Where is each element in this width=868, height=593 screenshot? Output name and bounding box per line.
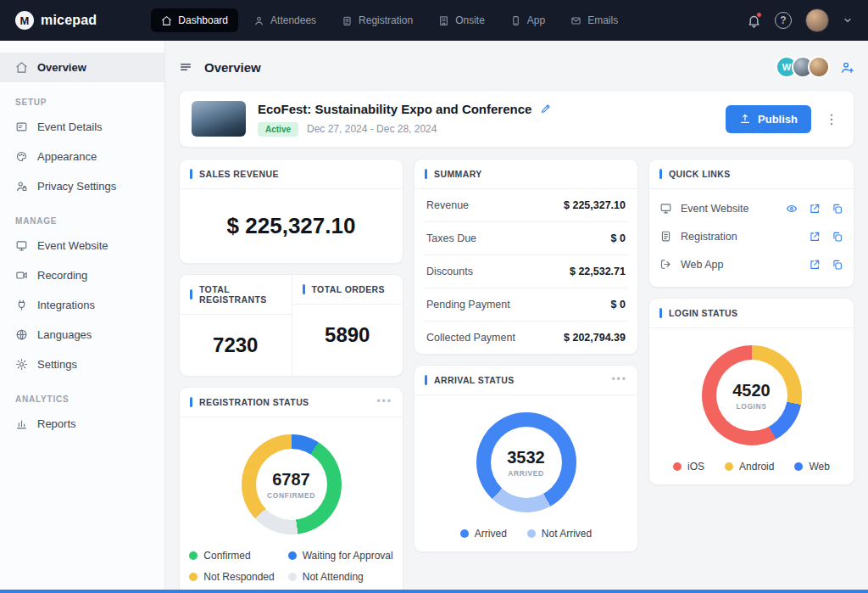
accent-bar bbox=[659, 308, 662, 318]
quick-link-row: Registration bbox=[659, 222, 843, 250]
card-title: TOTAL REGISTRANTS bbox=[199, 284, 281, 305]
sidebar-item-appearance[interactable]: Appearance bbox=[0, 142, 164, 171]
emails-icon bbox=[570, 15, 581, 26]
sidebar-item-label: Languages bbox=[37, 328, 92, 341]
sidebar-item-event-website[interactable]: Event Website bbox=[0, 231, 164, 260]
nav-dashboard[interactable]: Dashboard bbox=[151, 8, 238, 32]
brand-name: micepad bbox=[41, 13, 97, 28]
nav-label: Emails bbox=[587, 14, 618, 26]
accent-bar bbox=[303, 284, 305, 294]
registration-icon bbox=[342, 15, 353, 26]
chevron-down-icon[interactable] bbox=[843, 15, 853, 25]
sidebar-item-reports[interactable]: Reports bbox=[0, 409, 164, 439]
edit-pencil-icon[interactable] bbox=[540, 103, 552, 115]
nav-onsite[interactable]: Onsite bbox=[428, 8, 495, 32]
brand-logo-icon: M bbox=[15, 11, 34, 30]
external-link-icon[interactable] bbox=[809, 203, 821, 215]
card-title: SUMMARY bbox=[434, 169, 482, 179]
summary-row: Taxes Due$ 0 bbox=[425, 222, 627, 255]
sidebar-item-languages[interactable]: Languages bbox=[0, 320, 164, 350]
sidebar-item-privacy-settings[interactable]: Privacy Settings bbox=[0, 171, 164, 201]
copy-icon[interactable] bbox=[832, 231, 843, 243]
main-content: Overview W EcoFest: Sustainability Expo … bbox=[165, 41, 868, 593]
notifications-bell-icon[interactable] bbox=[747, 14, 761, 28]
quick-links-card: QUICK LINKS Event Website Registratio bbox=[648, 159, 854, 288]
donut-center-label: LOGINS bbox=[736, 402, 766, 411]
nav-emails[interactable]: Emails bbox=[560, 8, 628, 32]
summary-row: Pending Payment$ 0 bbox=[425, 288, 627, 322]
donut-center-value: 3532 bbox=[507, 448, 545, 467]
publish-button[interactable]: Publish bbox=[726, 105, 811, 133]
nav-label: Dashboard bbox=[178, 14, 228, 26]
legend-item: iOS bbox=[673, 461, 704, 473]
nav-label: Registration bbox=[359, 14, 413, 26]
legend-dot bbox=[189, 551, 198, 560]
external-link-icon[interactable] bbox=[809, 259, 821, 271]
card-title: LOGIN STATUS bbox=[669, 308, 737, 318]
sidebar-item-recording[interactable]: Recording bbox=[0, 260, 164, 290]
registration-form-icon bbox=[659, 230, 672, 243]
registration-status-card: REGISTRATION STATUS ••• 6787 CONFIRMED C… bbox=[179, 387, 403, 593]
summary-row: Collected Payment$ 202,794.39 bbox=[425, 322, 627, 354]
legend-item: Not Arrived bbox=[527, 528, 592, 540]
sidebar-item-label: Overview bbox=[37, 61, 86, 74]
accent-bar bbox=[190, 169, 192, 179]
sidebar-item-label: Reports bbox=[37, 417, 76, 430]
website-monitor-icon bbox=[659, 202, 672, 215]
nav-label: App bbox=[527, 14, 545, 26]
arrival-legend: Arrived Not Arrived bbox=[460, 528, 592, 540]
sidebar-item-label: Appearance bbox=[37, 150, 97, 163]
recording-icon bbox=[15, 269, 28, 282]
sidebar-item-label: Integrations bbox=[37, 299, 95, 311]
legend-dot bbox=[288, 551, 297, 560]
preview-eye-icon[interactable] bbox=[786, 203, 798, 215]
donut-center-label: ARRIVED bbox=[508, 469, 543, 478]
nav-label: Attendees bbox=[270, 14, 316, 26]
nav-app[interactable]: App bbox=[500, 8, 555, 32]
sidebar-item-integrations[interactable]: Integrations bbox=[0, 290, 164, 320]
quick-link-label: Registration bbox=[681, 231, 737, 243]
copy-icon[interactable] bbox=[832, 259, 843, 271]
notification-dot bbox=[756, 12, 762, 18]
page-title: Overview bbox=[204, 60, 261, 75]
sidebar-item-label: Settings bbox=[37, 358, 77, 371]
event-details-icon bbox=[15, 120, 28, 133]
external-link-icon[interactable] bbox=[809, 231, 821, 243]
card-menu-ellipsis-icon[interactable]: ••• bbox=[611, 377, 627, 383]
sidebar-section-manage: Manage bbox=[0, 201, 164, 231]
card-menu-ellipsis-icon[interactable]: ••• bbox=[376, 399, 392, 405]
legend-dot bbox=[794, 462, 803, 471]
sidebar-item-label: Privacy Settings bbox=[37, 180, 116, 193]
sidebar-item-event-details[interactable]: Event Details bbox=[0, 112, 164, 142]
legend-item: Android bbox=[725, 461, 774, 473]
sidebar-item-settings[interactable]: Settings bbox=[0, 350, 164, 379]
user-avatar[interactable] bbox=[805, 8, 829, 32]
overview-home-icon bbox=[15, 61, 28, 74]
add-collaborator-icon[interactable] bbox=[840, 60, 854, 75]
total-orders-value: 5890 bbox=[292, 305, 403, 366]
legend-dot bbox=[725, 462, 733, 471]
nav-attendees[interactable]: Attendees bbox=[243, 8, 326, 32]
brand[interactable]: M micepad bbox=[15, 11, 97, 30]
top-nav: Dashboard Attendees Registration Onsite … bbox=[151, 8, 628, 32]
status-badge: Active bbox=[258, 122, 298, 137]
event-title: EcoFest: Sustainability Expo and Confere… bbox=[258, 102, 531, 116]
legend-dot bbox=[189, 573, 198, 581]
event-menu-kebab-icon[interactable]: ⋮ bbox=[821, 111, 842, 127]
collaborator-avatar[interactable] bbox=[808, 56, 830, 78]
languages-icon bbox=[15, 328, 28, 341]
sales-revenue-value: $ 225,327.10 bbox=[180, 189, 403, 263]
sidebar-section-setup: Setup bbox=[0, 82, 164, 112]
dashboard-icon bbox=[161, 15, 172, 26]
sidebar-item-overview[interactable]: Overview bbox=[0, 53, 164, 82]
donut-center-value: 6787 bbox=[272, 470, 310, 490]
hamburger-menu-icon[interactable] bbox=[179, 60, 192, 74]
event-card: EcoFest: Sustainability Expo and Confere… bbox=[179, 90, 854, 148]
nav-registration[interactable]: Registration bbox=[331, 8, 423, 32]
accent-bar bbox=[425, 169, 427, 179]
accent-bar bbox=[190, 397, 192, 407]
copy-icon[interactable] bbox=[832, 203, 843, 215]
help-icon[interactable]: ? bbox=[775, 12, 792, 29]
legend-dot bbox=[288, 573, 297, 581]
legend-item: Arrived bbox=[460, 528, 507, 540]
